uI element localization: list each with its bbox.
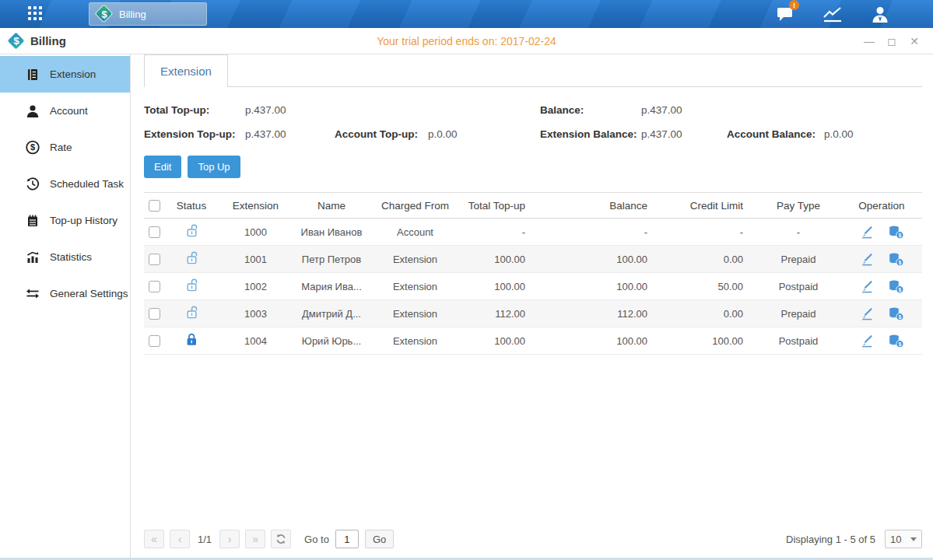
refresh-button[interactable]: [271, 530, 291, 548]
svg-text:$: $: [30, 142, 35, 152]
charged-from-cell: Extension: [370, 327, 460, 355]
name-cell: Петр Петров: [293, 246, 370, 273]
balance-cell: 100.00: [538, 246, 658, 273]
page-size-value: 10: [890, 534, 901, 545]
charged-from-cell: Extension: [370, 273, 460, 300]
window-title: $ Billing: [8, 33, 66, 50]
edit-button[interactable]: Edit: [144, 156, 181, 178]
row-checkbox[interactable]: [149, 308, 160, 320]
topup-row-icon[interactable]: $: [888, 225, 904, 240]
status-lock-icon: [185, 283, 198, 295]
edit-row-icon[interactable]: [860, 334, 874, 348]
edit-row-icon[interactable]: [860, 252, 874, 266]
sidebar-item-label: Rate: [50, 142, 72, 153]
total-topup-value: p.437.00: [245, 104, 335, 116]
balance-cell: 112.00: [538, 300, 658, 327]
credit-limit-cell: 100.00: [658, 327, 756, 355]
row-checkbox[interactable]: [149, 281, 160, 292]
goto-page-input[interactable]: [335, 530, 359, 548]
unlocked-icon: [185, 250, 198, 265]
total-topup-cell: 100.00: [460, 327, 538, 355]
account-topup-value: p.0.00: [428, 128, 540, 140]
sidebar-item-account[interactable]: Account: [0, 93, 130, 129]
total-topup-cell: 100.00: [460, 246, 538, 273]
charged-from-cell: Extension: [370, 246, 460, 273]
pagination-bar: « ‹ 1/1 › » Go to Go: [144, 523, 922, 558]
extension-topup-value: p.437.00: [245, 128, 335, 140]
first-page-button[interactable]: «: [144, 530, 164, 548]
user-icon[interactable]: [869, 5, 891, 23]
balance-value: p.437.00: [641, 104, 727, 116]
sidebar-item-label: Statistics: [50, 251, 92, 263]
account-topup-label: Account Top-up:: [335, 128, 428, 140]
edit-row-icon[interactable]: [860, 279, 874, 293]
sidebar-item-label: Scheduled Task: [50, 178, 124, 190]
sidebar-item-rate[interactable]: $ Rate: [0, 129, 130, 166]
sidebar: Extension Account $ Rate: [0, 54, 131, 558]
row-checkbox[interactable]: [149, 335, 160, 347]
window-title-text: Billing: [30, 34, 66, 47]
sidebar-item-scheduled-task[interactable]: Scheduled Task: [0, 166, 130, 202]
page-indicator: 1/1: [198, 534, 212, 545]
extension-cell: 1004: [219, 327, 293, 355]
select-all-checkbox[interactable]: [149, 200, 160, 212]
extension-balance-label: Extension Balance:: [540, 128, 641, 140]
balance-cell: -: [538, 219, 658, 246]
message-badge: !: [789, 0, 799, 10]
col-status: Status: [164, 193, 219, 219]
close-button[interactable]: ✕: [908, 35, 921, 47]
tab-extension[interactable]: Extension: [144, 54, 228, 87]
go-button[interactable]: Go: [365, 530, 394, 548]
page-size-select[interactable]: 10: [885, 530, 922, 548]
minimize-button[interactable]: —: [863, 35, 875, 47]
unlocked-icon: [185, 223, 198, 238]
name-cell: Юрий Юрь...: [293, 327, 370, 355]
total-topup-cell: 112.00: [460, 300, 538, 327]
pay-type-cell: Postpaid: [756, 273, 841, 300]
extension-cell: 1001: [219, 246, 293, 273]
extension-topup-label: Extension Top-up:: [144, 128, 245, 140]
svg-text:$: $: [898, 341, 901, 347]
pay-type-cell: -: [756, 219, 841, 246]
svg-text:$: $: [898, 313, 901, 320]
topup-row-icon[interactable]: $: [888, 334, 904, 348]
edit-row-icon[interactable]: [860, 225, 874, 239]
total-topup-cell: -: [460, 219, 538, 246]
sidebar-item-statistics[interactable]: Statistics: [0, 239, 130, 275]
person-icon: [25, 104, 40, 118]
sidebar-item-label: Top-up History: [50, 215, 118, 226]
sidebar-item-general-settings[interactable]: General Settings: [0, 275, 130, 312]
sidebar-item-extension[interactable]: Extension: [0, 56, 130, 93]
goto-label: Go to: [304, 534, 329, 545]
bar-chart-trend-icon: [25, 250, 40, 264]
ledger-icon: [25, 68, 40, 82]
apps-grid-icon[interactable]: [28, 6, 44, 22]
table-row: 1000 Иван Иванов Account - - - -: [144, 219, 922, 246]
last-page-button[interactable]: »: [245, 530, 265, 548]
next-page-button[interactable]: ›: [219, 530, 240, 548]
table-row: 1001 Петр Петров Extension 100.00 100.00…: [144, 246, 922, 273]
name-cell: Иван Иванов: [293, 219, 370, 246]
topup-row-icon[interactable]: $: [888, 306, 904, 321]
table-row: 1002 Мария Ива... Extension 100.00 100.0…: [144, 273, 922, 300]
statistics-chart-icon[interactable]: [822, 5, 844, 23]
col-balance: Balance: [538, 193, 658, 219]
col-extension: Extension: [219, 193, 293, 219]
messages-icon[interactable]: !: [774, 5, 796, 23]
taskbar: $ Billing !: [0, 0, 933, 28]
credit-limit-cell: 0.00: [658, 300, 756, 327]
sidebar-item-topup-history[interactable]: Top-up History: [0, 202, 130, 239]
topup-row-icon[interactable]: $: [888, 252, 904, 267]
taskbar-tab-billing[interactable]: $ Billing: [89, 2, 207, 26]
row-checkbox[interactable]: [149, 226, 160, 238]
prev-page-button[interactable]: ‹: [170, 530, 190, 548]
topup-row-icon[interactable]: $: [888, 279, 904, 294]
col-total-topup: Total Top-up: [460, 193, 538, 219]
pay-type-cell: Prepaid: [756, 246, 841, 273]
tab-strip: Extension: [144, 54, 922, 87]
maximize-button[interactable]: ◻: [886, 35, 898, 47]
topup-button[interactable]: Top Up: [188, 156, 240, 178]
sidebar-item-label: Extension: [50, 68, 96, 80]
edit-row-icon[interactable]: [860, 306, 874, 320]
row-checkbox[interactable]: [149, 254, 160, 265]
